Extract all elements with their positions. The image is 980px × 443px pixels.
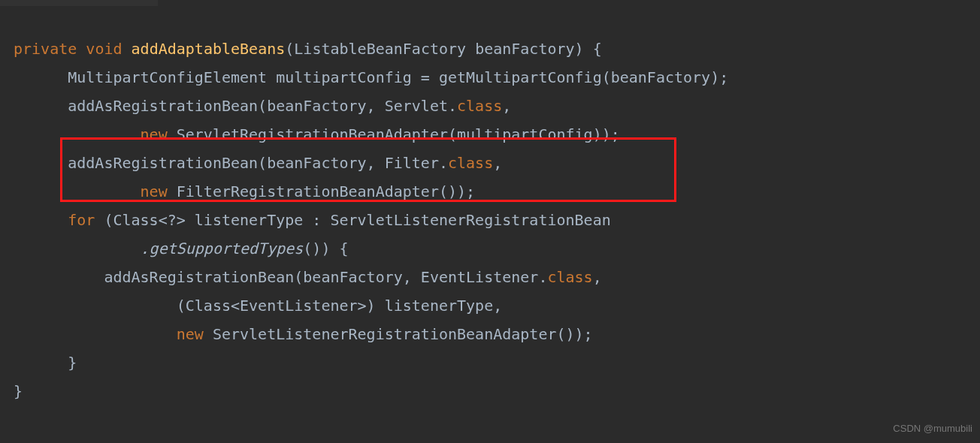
code-line: MultipartConfigElement multipartConfig =… <box>14 68 728 86</box>
keyword-class: class <box>457 97 502 115</box>
keyword-class: class <box>448 154 493 172</box>
code-line: for (Class<?> listenerType : ServletList… <box>14 211 611 229</box>
keyword-void: void <box>86 40 122 58</box>
code-line: new FilterRegistrationBeanAdapter()); <box>14 182 475 200</box>
code-line: addAsRegistrationBean(beanFactory, Servl… <box>14 97 511 115</box>
keyword-new: new <box>141 182 168 200</box>
code-line: addAsRegistrationBean(beanFactory, Filte… <box>14 154 502 172</box>
keyword-class: class <box>547 268 592 286</box>
code-text: , <box>502 97 511 115</box>
code-text: addAsRegistrationBean(beanFactory, Servl… <box>14 97 457 115</box>
method-call: .getSupportedTypes <box>141 240 304 258</box>
code-text: addAsRegistrationBean(beanFactory, Filte… <box>14 154 448 172</box>
code-text: , <box>593 268 602 286</box>
code-text: addAsRegistrationBean(beanFactory, Event… <box>14 268 547 286</box>
code-editor[interactable]: private void addAdaptableBeans(ListableB… <box>0 0 980 405</box>
code-text: ServletListenerRegistrationBeanAdapter()… <box>204 325 593 343</box>
code-text: (ListableBeanFactory beanFactory) { <box>285 40 601 58</box>
code-line: } <box>14 382 23 400</box>
code-text: , <box>493 154 502 172</box>
code-line: private void addAdaptableBeans(ListableB… <box>14 40 602 58</box>
code-text: (Class<?> listenerType : ServletListener… <box>95 211 610 229</box>
watermark-text: CSDN @mumubili <box>893 420 972 438</box>
code-line: addAsRegistrationBean(beanFactory, Event… <box>14 268 602 286</box>
code-text: ServletRegistrationBeanAdapter(multipart… <box>168 125 620 143</box>
method-name: addAdaptableBeans <box>132 40 286 58</box>
code-line: .getSupportedTypes()) { <box>14 240 349 258</box>
code-line: (Class<EventListener>) listenerType, <box>14 297 502 315</box>
keyword-new: new <box>141 125 168 143</box>
code-line: } <box>14 354 77 372</box>
keyword-for: for <box>68 211 95 229</box>
keyword-new: new <box>177 325 204 343</box>
code-line: new ServletListenerRegistrationBeanAdapt… <box>14 325 593 343</box>
code-line: new ServletRegistrationBeanAdapter(multi… <box>14 125 620 143</box>
keyword-private: private <box>14 40 77 58</box>
code-text: FilterRegistrationBeanAdapter()); <box>168 182 475 200</box>
code-text: ()) { <box>303 240 348 258</box>
